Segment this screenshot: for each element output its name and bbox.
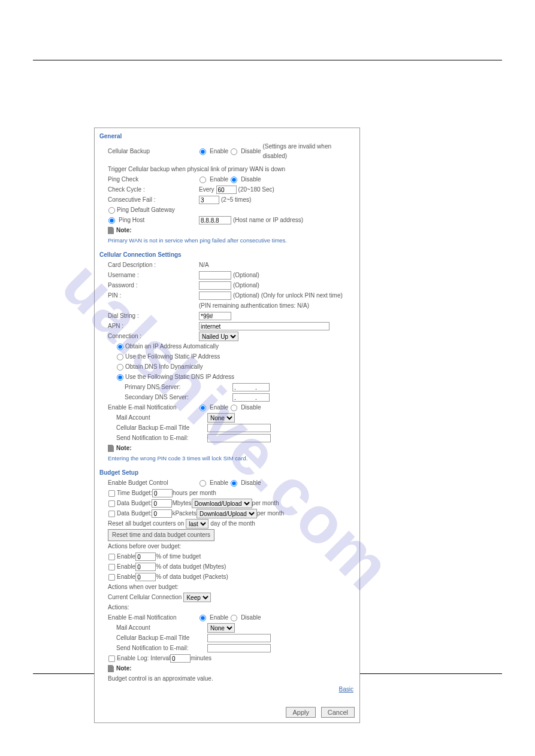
reset-day-select[interactable]: last	[186, 519, 208, 529]
data-budget-mb-check[interactable]	[108, 500, 115, 506]
ping-host-radio[interactable]	[108, 217, 115, 223]
current-conn-label: Current Cellular Connection	[108, 593, 182, 602]
email-disable-text: Disable	[241, 403, 261, 412]
apn-label: APN :	[108, 321, 199, 331]
dns-auto-label: Obtain DNS Info Dynamically	[125, 362, 203, 372]
pct-data-mb-label: % of data budget (Mbytes)	[156, 562, 226, 572]
per-month-2: per month	[257, 509, 284, 518]
dns-auto-radio[interactable]	[117, 363, 123, 370]
email-title-label: Cellular Backup E-mail Title	[116, 423, 207, 433]
time-budget-check[interactable]	[108, 490, 115, 496]
pct-time-check[interactable]	[108, 553, 115, 560]
budget-send-to-input[interactable]	[207, 644, 271, 652]
ip-static-radio[interactable]	[117, 353, 123, 360]
username-label: Username :	[108, 271, 199, 280]
budget-enable-radio[interactable]	[200, 479, 206, 486]
hours-per-month: hours per month	[173, 488, 216, 498]
enable-log-label: Enable Log: Interval	[117, 654, 170, 663]
fail-range: (2~5 times)	[221, 195, 251, 205]
data-budget-mb-input[interactable]	[152, 499, 172, 508]
consecutive-fail-label: Consecutive Fail :	[108, 195, 199, 205]
mb-direction-select[interactable]: Download/Upload	[192, 499, 252, 508]
pk-direction-select[interactable]: Download/Upload	[197, 509, 257, 518]
budget-disable-radio[interactable]	[231, 479, 237, 486]
budget-disable-text: Disable	[241, 478, 261, 488]
ping-gateway-radio[interactable]	[108, 207, 115, 213]
data-budget-pk-check[interactable]	[108, 510, 115, 517]
consecutive-fail-input[interactable]	[199, 196, 219, 204]
dns-static-radio[interactable]	[117, 374, 123, 380]
data-budget-pk-input[interactable]	[152, 509, 172, 518]
time-budget-input[interactable]	[152, 489, 173, 497]
budget-note-label: Note:	[116, 664, 132, 673]
ping-host-input[interactable]	[199, 216, 231, 224]
primary-dns-label: Primary DNS Server:	[125, 382, 232, 392]
ping-disable-text: Disable	[241, 175, 261, 184]
ping-check-enable-radio[interactable]	[200, 176, 206, 183]
cellular-backup-disable-radio[interactable]	[231, 148, 237, 154]
budget-send-to-label: Send Notification to E-mail:	[116, 643, 207, 653]
basic-link[interactable]: Basic	[339, 686, 353, 693]
budget-mail-account-select[interactable]: None	[207, 623, 235, 633]
secondary-dns-input[interactable]	[232, 393, 270, 402]
apply-button[interactable]: Apply	[286, 707, 316, 718]
enable-budget-label: Enable Budget Control	[108, 478, 199, 488]
dial-input[interactable]	[199, 312, 231, 320]
ip-auto-radio[interactable]	[117, 343, 123, 350]
pct-data-mb-input[interactable]	[135, 563, 156, 571]
b-email-disable-text: Disable	[241, 613, 261, 623]
note-label-text: Note:	[116, 226, 132, 235]
section-general-title: General	[99, 133, 355, 139]
reset-counters-button[interactable]: Reset time and data budget counters	[108, 529, 214, 541]
enable-log-check[interactable]	[108, 655, 115, 661]
cellular-note-label: Note:	[116, 444, 132, 453]
email-notif-enable-radio[interactable]	[200, 404, 206, 411]
username-input[interactable]	[199, 271, 231, 280]
budget-email-enable-radio[interactable]	[200, 614, 206, 621]
apn-input[interactable]	[199, 322, 330, 330]
send-to-label: Send Notification to E-mail:	[116, 433, 207, 443]
budget-email-title-input[interactable]	[207, 634, 271, 642]
send-to-input[interactable]	[207, 434, 271, 442]
enable-text: Enable	[210, 147, 228, 156]
ping-enable-text: Enable	[210, 175, 228, 184]
primary-dns-input[interactable]	[232, 383, 270, 391]
ping-host-label: Ping Host	[119, 215, 144, 225]
pct-data-pk-input[interactable]	[135, 573, 156, 581]
budget-enable-text: Enable	[210, 478, 228, 488]
budget-email-disable-radio[interactable]	[231, 614, 237, 621]
pct-data-mb-check[interactable]	[108, 563, 115, 570]
settings-panel: ualshive.com General Cellular Backup Ena…	[94, 127, 360, 723]
username-optional: (Optional)	[233, 271, 259, 280]
pct-data-pk-check[interactable]	[108, 573, 115, 580]
current-conn-select[interactable]: Keep	[183, 593, 211, 602]
actions-before-label: Actions before over budget:	[99, 542, 355, 551]
log-interval-input[interactable]	[170, 654, 191, 663]
budget-note-text: Budget control is an approximate value.	[99, 674, 355, 684]
enable-3: Enable	[117, 572, 135, 582]
cancel-button[interactable]: Cancel	[321, 707, 355, 718]
password-input[interactable]	[199, 281, 231, 290]
connection-select[interactable]: Nailed Up	[199, 332, 238, 341]
check-cycle-input[interactable]	[216, 186, 237, 194]
cycle-range: (20~180 Sec)	[238, 185, 274, 195]
minutes-label: minutes	[191, 654, 211, 663]
pin-input[interactable]	[199, 292, 231, 300]
pct-time-label: % of time budget	[156, 552, 201, 561]
day-of-month: day of the month	[210, 519, 255, 529]
dns-static-label: Use the Following Static DNS IP Address	[125, 372, 234, 382]
pct-time-input[interactable]	[135, 552, 156, 561]
budget-email-title-label: Cellular Backup E-mail Title	[116, 633, 207, 643]
email-title-input[interactable]	[207, 424, 271, 432]
note-icon	[108, 227, 114, 234]
email-notif-disable-radio[interactable]	[231, 404, 237, 411]
mail-account-select[interactable]: None	[207, 413, 235, 423]
check-cycle-label: Check Cycle :	[108, 185, 199, 195]
ping-check-disable-radio[interactable]	[231, 176, 237, 183]
dial-label: Dial String :	[108, 311, 199, 321]
kpackets-text: kPackets	[172, 509, 197, 518]
note-icon	[108, 665, 114, 672]
enable-2: Enable	[117, 562, 135, 572]
cellular-backup-enable-radio[interactable]	[200, 148, 206, 154]
pct-data-pk-label: % of data budget (Packets)	[156, 572, 228, 582]
